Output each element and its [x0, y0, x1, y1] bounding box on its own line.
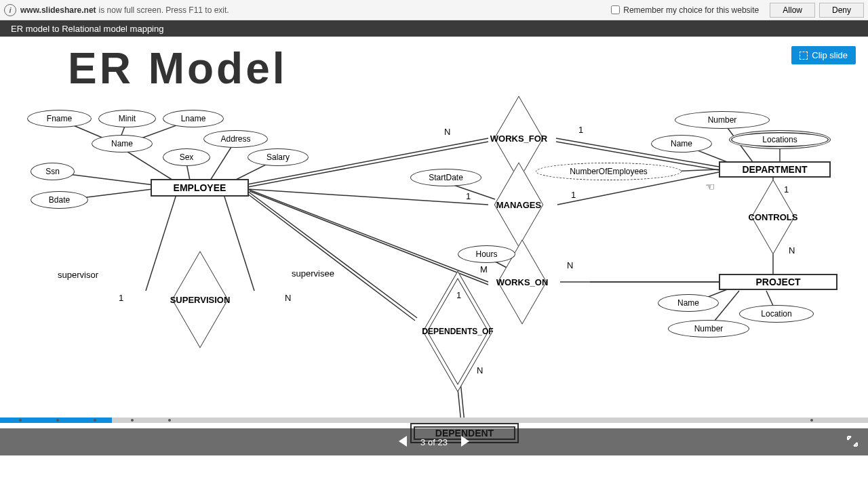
- attr-ssn: Ssn: [31, 163, 75, 180]
- attr-salary: Salary: [248, 148, 309, 166]
- rel-controls: CONTROLS: [736, 197, 810, 237]
- svg-line-33: [248, 194, 415, 321]
- rel-supervision: SUPERVISION: [153, 279, 248, 320]
- attr-lname: Lname: [163, 110, 224, 127]
- slide-counter: 3 of 23: [420, 437, 448, 447]
- svg-marker-36: [399, 436, 407, 447]
- remember-choice-label[interactable]: Remember my choice for this website: [611, 5, 759, 15]
- svg-line-32: [248, 191, 417, 318]
- next-slide-button[interactable]: [453, 436, 476, 449]
- diagram-lines: [0, 37, 868, 455]
- card-manages-1a: 1: [466, 191, 471, 201]
- attr-minit: Minit: [98, 110, 156, 127]
- card-dependents-1: 1: [456, 290, 461, 300]
- entity-department: DEPARTMENT: [719, 161, 831, 178]
- card-controls-n: N: [789, 245, 795, 256]
- slide-progress-bar[interactable]: [0, 418, 868, 423]
- svg-marker-37: [461, 436, 469, 447]
- svg-line-31: [224, 195, 254, 291]
- hand-cursor-icon: ☜: [705, 180, 715, 193]
- er-diagram: Fname Minit Lname Name Address Sex Salar…: [0, 37, 868, 455]
- card-controls-1: 1: [784, 184, 789, 195]
- exit-fullscreen-button[interactable]: [846, 435, 859, 449]
- svg-line-24: [250, 191, 488, 285]
- attr-sex: Sex: [163, 148, 210, 166]
- rel-manages: MANAGES: [481, 184, 556, 225]
- attr-startdate: StartDate: [410, 169, 481, 186]
- svg-line-17: [248, 189, 488, 205]
- role-supervisor: supervisor: [58, 270, 98, 280]
- rel-works-for: WORKS_FOR: [481, 118, 556, 159]
- slide-content-area[interactable]: Clip slide ER Model: [0, 37, 868, 455]
- card-works-on-m: M: [480, 264, 488, 274]
- attr-proj-name: Name: [658, 294, 719, 312]
- fullscreen-message: is now full screen. Press F11 to exit.: [99, 5, 229, 15]
- entity-employee: EMPLOYEE: [151, 179, 249, 197]
- attr-hours: Hours: [458, 245, 515, 263]
- fullscreen-notification-bar: i www.slideshare.net is now full screen.…: [0, 0, 868, 20]
- rel-dependents-of: DEPENDENTS_OF: [397, 308, 519, 355]
- attr-fname: Fname: [27, 110, 92, 127]
- card-dependents-n: N: [477, 365, 483, 375]
- attr-dept-name: Name: [651, 135, 712, 152]
- entity-project: PROJECT: [719, 274, 837, 290]
- attr-locations: Locations: [729, 130, 831, 149]
- card-works-for-1: 1: [578, 125, 583, 135]
- card-supervision-1: 1: [119, 293, 123, 303]
- card-works-on-n: N: [567, 260, 573, 270]
- allow-button[interactable]: Allow: [770, 3, 815, 18]
- card-works-for-n: N: [444, 127, 450, 137]
- info-icon: i: [4, 4, 16, 16]
- remember-choice-checkbox[interactable]: [611, 5, 620, 14]
- attr-address: Address: [203, 130, 268, 148]
- svg-line-30: [146, 195, 176, 291]
- deny-button[interactable]: Deny: [819, 3, 864, 18]
- presentation-title-bar: ER model to Relational model mapping: [0, 20, 868, 37]
- navigation-bar: 3 of 23: [0, 428, 868, 455]
- attr-proj-number: Number: [668, 320, 749, 338]
- attr-num-employees: NumberOfEmployees: [536, 163, 682, 180]
- card-supervision-n: N: [285, 293, 291, 303]
- attr-bdate: Bdate: [31, 191, 88, 209]
- attr-name: Name: [92, 135, 153, 152]
- rel-works-on: WORKS_ON: [481, 262, 563, 302]
- attr-dept-number: Number: [675, 111, 770, 129]
- role-supervisee: supervisee: [292, 268, 334, 279]
- svg-line-23: [248, 189, 488, 282]
- presentation-title: ER model to Relational model mapping: [11, 24, 163, 34]
- attr-proj-location: Location: [739, 305, 814, 323]
- card-manages-1b: 1: [571, 190, 576, 200]
- domain-text: www.slideshare.net: [20, 5, 96, 15]
- prev-slide-button[interactable]: [392, 436, 415, 449]
